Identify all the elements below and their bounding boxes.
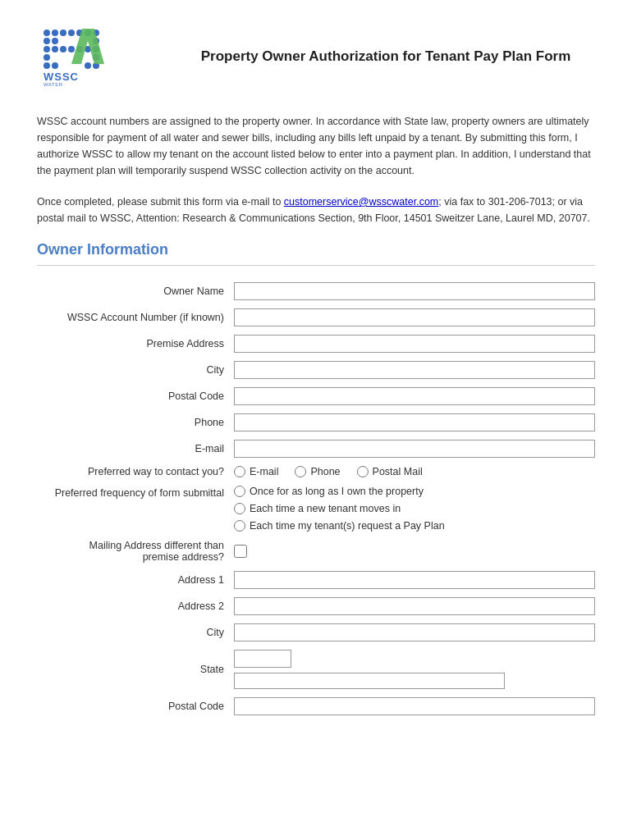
owner-name-row: Owner Name [37,282,595,300]
postal-code-input[interactable] [234,387,595,405]
phone-label: Phone [37,417,234,428]
frequency-once-option[interactable]: Once for as long as I own the property [234,486,445,497]
postal-code-label: Postal Code [37,390,234,402]
svg-point-13 [68,46,75,52]
state-row: State [37,650,595,689]
owner-name-input[interactable] [234,282,595,300]
svg-point-10 [44,46,50,52]
email-label: E-mail [37,443,234,454]
intro-paragraph-2: Once completed, please submit this form … [37,194,595,226]
svg-point-3 [68,30,75,36]
address1-input[interactable] [234,571,595,589]
svg-text:WATER: WATER [44,82,63,86]
address2-row: Address 2 [37,597,595,615]
phone-row: Phone [37,413,595,431]
frequency-row: Preferred frequency of form submittal On… [37,486,595,532]
owner-name-label: Owner Name [37,285,234,297]
mailing-diff-row: Mailing Address different than premise a… [37,540,595,563]
mailing-diff-checkbox[interactable] [234,545,247,558]
contact-preference-row: Preferred way to contact you? E-mail Pho… [37,466,595,477]
contact-email-option[interactable]: E-mail [234,466,278,477]
header: WSSC WATER DELIVERING THE ESSENTIAL Prop… [37,25,595,89]
contact-preference-label: Preferred way to contact you? [37,466,234,477]
page-container: WSSC WATER DELIVERING THE ESSENTIAL Prop… [0,0,632,840]
svg-point-12 [60,46,66,52]
logo-container: WSSC WATER DELIVERING THE ESSENTIAL [37,25,168,89]
state-input[interactable] [234,650,291,668]
section-divider [37,265,595,266]
svg-point-1 [52,30,58,36]
state-zip-area [234,650,505,689]
mailing-city-input[interactable] [234,623,595,641]
intro-paragraph-1: WSSC account numbers are assigned to the… [37,113,595,179]
frequency-new-tenant-option[interactable]: Each time a new tenant moves in [234,503,445,514]
svg-point-21 [85,62,91,69]
page-title: Property Owner Authorization for Tenant … [168,48,595,65]
svg-point-8 [52,38,58,44]
svg-point-0 [44,30,50,36]
mailing-city-label: City [37,627,234,638]
frequency-request-label: Each time my tenant(s) request a Pay Pla… [250,520,445,532]
contact-phone-radio[interactable] [295,466,306,477]
frequency-label: Preferred frequency of form submittal [37,486,234,499]
mailing-postal-row: Postal Code [37,697,595,715]
mailing-postal-input[interactable] [234,697,595,715]
premise-address-row: Premise Address [37,335,595,353]
frequency-new-tenant-radio[interactable] [234,503,245,514]
wssc-account-label: WSSC Account Number (if known) [37,312,234,323]
frequency-once-radio[interactable] [234,486,245,497]
address1-label: Address 1 [37,574,234,586]
wssc-account-input[interactable] [234,308,595,326]
frequency-new-tenant-label: Each time a new tenant moves in [250,503,401,514]
address2-input[interactable] [234,597,595,615]
mailing-city-row: City [37,623,595,641]
svg-point-19 [44,62,50,69]
email-link[interactable]: customerservice@wsscwater.com [284,196,438,208]
frequency-once-label: Once for as long as I own the property [250,486,424,497]
svg-point-2 [60,30,66,36]
mailing-diff-label: Mailing Address different than premise a… [37,540,234,563]
email-input[interactable] [234,440,595,458]
contact-postal-radio[interactable] [357,466,369,477]
owner-info-heading: Owner Information [37,241,595,258]
premise-address-input[interactable] [234,335,595,353]
address1-row: Address 1 [37,571,595,589]
contact-email-label: E-mail [250,466,278,477]
contact-postal-label: Postal Mail [373,466,423,477]
svg-text:WSSC: WSSC [44,71,79,83]
city-row: City [37,361,595,379]
state-label: State [37,664,234,675]
premise-address-label: Premise Address [37,338,234,349]
email-row: E-mail [37,440,595,458]
frequency-request-option[interactable]: Each time my tenant(s) request a Pay Pla… [234,520,445,532]
mailing-postal-label: Postal Code [37,701,234,712]
contact-postal-option[interactable]: Postal Mail [357,466,423,477]
svg-point-20 [52,62,58,69]
svg-point-17 [44,54,50,61]
postal-code-row: Postal Code [37,387,595,405]
contact-phone-option[interactable]: Phone [295,466,340,477]
address2-label: Address 2 [37,600,234,612]
contact-email-radio[interactable] [234,466,245,477]
contact-preference-group: E-mail Phone Postal Mail [234,466,423,477]
phone-input[interactable] [234,413,595,431]
svg-point-11 [52,46,58,52]
frequency-group: Once for as long as I own the property E… [234,486,445,532]
city-input[interactable] [234,361,595,379]
svg-point-7 [44,38,50,44]
frequency-request-radio[interactable] [234,520,245,532]
city-label: City [37,364,234,376]
contact-phone-label: Phone [310,466,340,477]
state-extra-input[interactable] [234,673,505,689]
wssc-logo: WSSC WATER DELIVERING THE ESSENTIAL [37,25,160,86]
wssc-account-row: WSSC Account Number (if known) [37,308,595,326]
